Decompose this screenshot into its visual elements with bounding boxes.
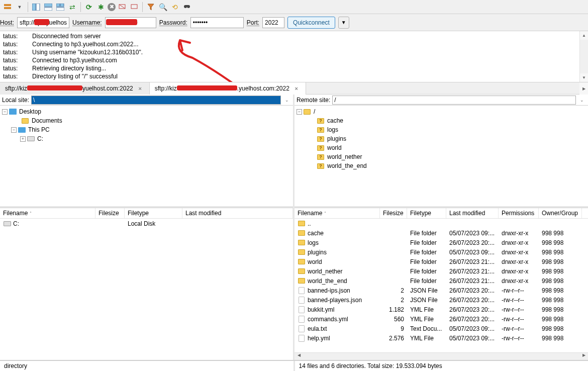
remote-pane: Remote site: ⌄ −/?cache?logs?plugins?wor…	[295, 95, 588, 360]
connection-tab-1[interactable]: sftp://kizyuelhost.com:2022 ×	[0, 82, 150, 95]
list-item[interactable]: bukkit.yml1.182YML File26/07/2023 20:...…	[295, 305, 588, 314]
log-line: tatus:Directory listing of "/" successfu…	[3, 72, 585, 80]
cancel-icon[interactable]: ✖	[108, 3, 116, 11]
remote-path-input[interactable]	[332, 96, 576, 105]
tree-node[interactable]: Documents	[2, 116, 291, 125]
tree-node[interactable]: ?world_the_end	[297, 161, 586, 170]
list-item[interactable]: ..	[295, 219, 588, 228]
remote-path-bar: Remote site: ⌄	[295, 95, 588, 106]
site-manager-icon[interactable]	[2, 2, 13, 13]
log-line: tatus:Connected to hp3.yuelhost.com	[3, 56, 585, 64]
list-item[interactable]: banned-players.json2JSON File26/07/2023 …	[295, 295, 588, 305]
reconnect-icon[interactable]	[129, 2, 140, 13]
expand-icon[interactable]: −	[11, 127, 17, 133]
expand-icon[interactable]: −	[297, 109, 302, 115]
compare-icon[interactable]: 🔍	[157, 2, 168, 13]
local-file-list-header: Filename˄ Filesize Filetype Last modifie…	[0, 208, 293, 219]
remote-directory-tree[interactable]: −/?cache?logs?plugins?world?world_nether…	[295, 106, 588, 208]
disconnect-icon[interactable]	[117, 2, 128, 13]
local-site-label: Local site:	[2, 97, 29, 104]
log-scrollbar[interactable]: ▲ ▼	[579, 31, 588, 82]
process-queue-icon[interactable]: ✱	[95, 2, 107, 13]
sync-icon[interactable]: ⟲	[169, 2, 180, 13]
quickconnect-button[interactable]: Quickconnect	[287, 17, 335, 29]
search-icon[interactable]	[181, 2, 192, 13]
quickconnect-history-dropdown[interactable]: ▼	[338, 17, 349, 29]
col-lastmodified[interactable]: Last modified	[446, 208, 499, 218]
list-item[interactable]: cacheFile folder05/07/2023 09:...drwxr-x…	[295, 228, 588, 238]
tree-node[interactable]: ?logs	[297, 125, 586, 134]
tree-node[interactable]: ?cache	[297, 116, 586, 125]
remote-h-scrollbar[interactable]: ◀▶	[295, 352, 588, 360]
tree-label: C:	[37, 135, 43, 142]
svg-rect-5	[44, 8, 52, 11]
col-owner-group[interactable]: Owner/Group	[539, 208, 582, 218]
list-item[interactable]: eula.txt9Text Docu...05/07/2023 09:...-r…	[295, 324, 588, 333]
close-icon[interactable]: ×	[292, 84, 301, 92]
remote-file-rows[interactable]: ..cacheFile folder05/07/2023 09:...drwxr…	[295, 219, 588, 352]
log-line: tatus:Using username "kizoukun12.316b031…	[3, 48, 585, 56]
connection-tab-2[interactable]: sftp://kiz.yuelhost.com:2022 ×	[150, 82, 306, 95]
toggle-queue-icon[interactable]	[55, 2, 66, 13]
sync-browse-icon[interactable]: ⇄	[67, 2, 78, 13]
password-input[interactable]	[190, 17, 244, 28]
tree-node[interactable]: −/	[297, 107, 586, 116]
log-line: tatus:Disconnected from server	[3, 32, 585, 40]
local-path-input[interactable]	[31, 96, 281, 105]
tree-label: world_the_end	[327, 162, 367, 169]
tree-node[interactable]: −Desktop	[2, 107, 291, 116]
col-filesize[interactable]: Filesize	[380, 208, 407, 218]
tree-node[interactable]: ?world_nether	[297, 152, 586, 161]
list-item[interactable]: help.yml2.576YML File05/07/2023 09:...-r…	[295, 333, 588, 343]
tab-scroll-right[interactable]: ▶	[579, 82, 588, 95]
col-lastmodified[interactable]: Last modified	[182, 208, 293, 218]
list-item[interactable]: logsFile folder26/07/2023 20:...drwxr-xr…	[295, 238, 588, 247]
remote-site-label: Remote site:	[297, 97, 330, 104]
main-panes: Local site: ⌄ −DesktopDocuments−This PC+…	[0, 95, 588, 360]
toggle-remote-tree-icon[interactable]	[43, 2, 54, 13]
local-path-dropdown-icon[interactable]: ⌄	[283, 98, 291, 103]
quickconnect-bar: Host: Username: Password: Port: Quickcon…	[0, 14, 588, 31]
site-manager-dropdown-icon[interactable]: ▼	[14, 2, 25, 13]
expand-icon[interactable]: +	[20, 136, 26, 142]
list-item[interactable]: commands.yml560YML File26/07/2023 20:...…	[295, 314, 588, 324]
svg-rect-1	[4, 7, 11, 9]
svg-rect-8	[56, 8, 64, 11]
tree-label: /	[314, 108, 315, 115]
list-item[interactable]: banned-ips.json2JSON File26/07/2023 20:.…	[295, 286, 588, 295]
col-filetype[interactable]: Filetype	[407, 208, 446, 218]
col-filesize[interactable]: Filesize	[95, 208, 125, 218]
tree-node[interactable]: −This PC	[2, 125, 291, 134]
local-file-rows[interactable]: C:Local Disk	[0, 219, 293, 360]
refresh-icon[interactable]: ⟳	[83, 2, 94, 13]
tree-node[interactable]: +C:	[2, 134, 291, 143]
col-filename[interactable]: Filename˄	[295, 208, 380, 218]
close-icon[interactable]: ×	[136, 84, 144, 92]
port-input[interactable]	[262, 17, 284, 28]
filter-icon[interactable]	[145, 2, 156, 13]
tree-label: Desktop	[19, 108, 41, 115]
list-item[interactable]: pluginsFile folder05/07/2023 09:...drwxr…	[295, 247, 588, 257]
local-directory-tree[interactable]: −DesktopDocuments−This PC+C:	[0, 106, 293, 208]
password-label: Password:	[159, 19, 187, 26]
list-item[interactable]: worldFile folder26/07/2023 21:...drwxr-x…	[295, 257, 588, 266]
connection-tabs: sftp://kizyuelhost.com:2022 × sftp://kiz…	[0, 82, 588, 95]
tree-node[interactable]: ?world	[297, 143, 586, 152]
list-item[interactable]: world_the_endFile folder26/07/2023 21:..…	[295, 276, 588, 286]
log-line: tatus:Connecting to hp3.yuelhost.com:202…	[3, 40, 585, 48]
svg-rect-2	[32, 4, 36, 11]
col-filetype[interactable]: Filetype	[125, 208, 182, 218]
toggle-local-tree-icon[interactable]	[31, 2, 42, 13]
col-filename[interactable]: Filename˄	[0, 208, 95, 218]
svg-rect-11	[131, 5, 137, 9]
tree-label: plugins	[327, 135, 346, 142]
list-item[interactable]: C:Local Disk	[0, 219, 293, 228]
remote-file-list-header: Filename˄ Filesize Filetype Last modifie…	[295, 208, 588, 219]
expand-icon[interactable]: −	[2, 109, 8, 115]
host-label: Host:	[0, 19, 14, 26]
svg-rect-7	[60, 4, 64, 7]
tree-node[interactable]: ?plugins	[297, 134, 586, 143]
remote-path-dropdown-icon[interactable]: ⌄	[578, 98, 586, 103]
list-item[interactable]: world_netherFile folder26/07/2023 21:...…	[295, 266, 588, 276]
col-permissions[interactable]: Permissions	[499, 208, 539, 218]
